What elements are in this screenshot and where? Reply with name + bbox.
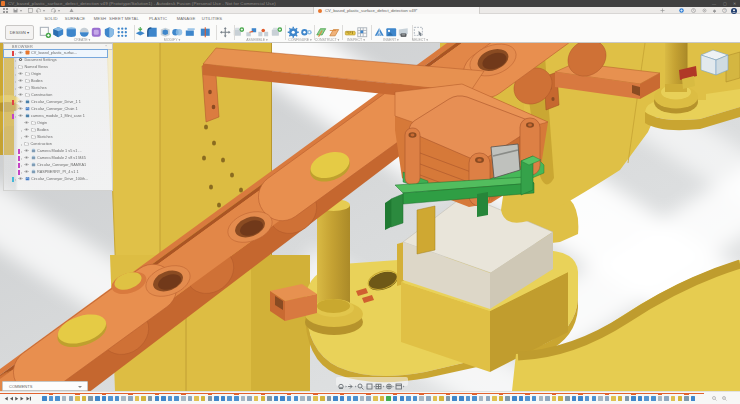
svg-text:?: ?	[724, 9, 726, 13]
